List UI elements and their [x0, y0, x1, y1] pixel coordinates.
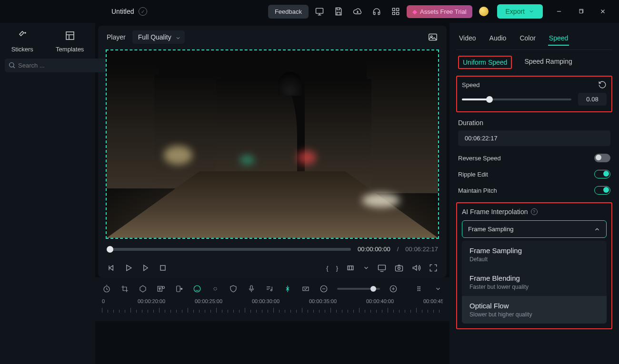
left-sidebar: Stickers Templates ⋯ — [0, 23, 95, 364]
speed-slider[interactable] — [462, 98, 571, 100]
svg-rect-31 — [418, 288, 419, 289]
theme-moon-icon[interactable] — [479, 7, 489, 16]
zoom-out-icon[interactable] — [319, 284, 329, 294]
fullscreen-icon[interactable] — [429, 263, 438, 273]
maintain-pitch-toggle[interactable] — [594, 186, 610, 195]
reverse-speed-toggle[interactable] — [594, 154, 610, 162]
speed-slider-thumb[interactable] — [486, 96, 493, 103]
chevron-down-icon[interactable] — [363, 265, 369, 271]
window-minimize-icon[interactable] — [554, 7, 564, 16]
search-input[interactable] — [5, 59, 111, 72]
svg-rect-3 — [392, 12, 395, 15]
templates-label: Templates — [56, 46, 84, 53]
svg-rect-33 — [418, 290, 419, 291]
timeline-toolbar: T — [102, 281, 443, 296]
zoom-in-icon[interactable] — [389, 284, 398, 294]
timeline-ruler[interactable]: 0 00:00:20:00 00:00:25:00 00:00:30:00 00… — [102, 298, 443, 317]
mic-icon[interactable] — [247, 284, 256, 294]
record-device-icon[interactable] — [174, 284, 184, 294]
speed-value[interactable]: 0.08 — [578, 93, 607, 106]
mask-icon[interactable] — [138, 284, 148, 294]
reverse-speed-row: Reverse Speed — [458, 154, 610, 162]
save-icon[interactable] — [333, 6, 344, 17]
zoom-thumb[interactable] — [370, 286, 376, 292]
svg-rect-20 — [177, 286, 180, 292]
export-button[interactable]: Export — [497, 4, 543, 19]
ripple-edit-row: Ripple Edit — [458, 170, 610, 178]
tab-speed[interactable]: Speed — [548, 31, 569, 46]
svg-rect-11 — [160, 266, 165, 270]
interpolation-selected: Frame Sampling — [468, 226, 513, 233]
quality-select[interactable]: Full Quality — [132, 30, 185, 44]
ruler-mark: 00:00:40:00 — [366, 298, 394, 304]
crop-icon[interactable] — [120, 284, 130, 294]
cloud-download-icon[interactable] — [352, 6, 363, 17]
shield-icon[interactable] — [229, 284, 238, 294]
subtab-speed-ramping[interactable]: Speed Ramping — [520, 56, 576, 69]
export-label: Export — [506, 8, 525, 15]
tab-audio[interactable]: Audio — [489, 31, 508, 46]
smiley-icon[interactable] — [192, 284, 202, 294]
interpolation-option-optical-flow[interactable]: Optical Flow Slower but higher quality — [462, 296, 607, 324]
volume-icon[interactable] — [411, 263, 421, 273]
subtab-uniform-speed[interactable]: Uniform Speed — [458, 56, 512, 69]
chevron-down-icon[interactable] — [433, 284, 443, 294]
text-overlay-icon[interactable]: T — [156, 284, 166, 294]
svg-rect-5 — [579, 10, 582, 13]
brace-right-icon[interactable]: } — [336, 265, 338, 272]
timer-icon[interactable] — [102, 284, 111, 294]
timeline-area: T 0 00:00:20:00 00:00:25:00 — [95, 277, 449, 321]
zoom-slider[interactable] — [337, 288, 380, 290]
maintain-pitch-row: Maintain Pitch — [458, 186, 610, 195]
properties-panel: Video Audio Color Speed Uniform Speed Sp… — [449, 23, 619, 364]
aspect-icon[interactable] — [346, 263, 355, 273]
duration-value[interactable]: 00:06:22:17 — [458, 130, 610, 146]
assets-trial-button[interactable]: ◆ Assets Free Trial — [407, 5, 472, 18]
stop-icon[interactable] — [158, 263, 168, 273]
scrub-track[interactable] — [107, 248, 351, 251]
snapshot-icon[interactable] — [428, 32, 438, 42]
ruler-mark: 0 — [102, 298, 105, 304]
window-close-icon[interactable] — [598, 7, 608, 16]
brace-left-icon[interactable]: { — [326, 265, 328, 272]
svg-rect-14 — [396, 266, 403, 271]
svg-rect-2 — [397, 8, 399, 10]
interpolation-option-frame-blending[interactable]: Frame Blending Faster but lower quality — [462, 268, 607, 296]
svg-rect-24 — [250, 285, 253, 289]
music-list-icon[interactable] — [265, 284, 274, 294]
ruler-mark: 00:00:45:00 — [423, 298, 443, 304]
tab-video[interactable]: Video — [458, 31, 477, 46]
interpolation-select[interactable]: Frame Sampling — [462, 220, 607, 238]
next-clip-icon[interactable] — [141, 263, 150, 273]
grid-view-icon[interactable] — [415, 284, 425, 294]
svg-rect-29 — [418, 286, 419, 287]
svg-point-6 — [25, 32, 26, 33]
sidebar-item-stickers[interactable]: Stickers — [11, 30, 33, 53]
ripple-edit-toggle[interactable] — [594, 170, 610, 178]
display-icon[interactable] — [377, 263, 387, 273]
preview-video[interactable] — [106, 49, 439, 239]
window-restore-icon[interactable] — [576, 7, 586, 16]
headset-icon[interactable] — [371, 6, 382, 17]
interpolation-option-frame-sampling[interactable]: Frame Sampling Default — [462, 241, 607, 268]
prev-frame-icon[interactable] — [107, 263, 116, 273]
svg-rect-34 — [419, 290, 420, 291]
sparkle-icon[interactable] — [210, 284, 220, 294]
svg-rect-7 — [66, 32, 74, 39]
grid-apps-icon[interactable] — [390, 6, 401, 17]
scrub-thumb[interactable] — [107, 246, 113, 253]
sidebar-item-templates[interactable]: Templates — [56, 30, 84, 53]
monitor-icon[interactable] — [314, 6, 325, 17]
preview-header: Player Full Quality — [98, 26, 447, 49]
reset-icon[interactable] — [598, 80, 607, 89]
aspect-ratio-icon[interactable] — [301, 284, 310, 294]
tab-color[interactable]: Color — [519, 31, 536, 46]
help-icon[interactable]: ? — [531, 208, 538, 215]
play-icon[interactable] — [124, 263, 133, 273]
interpolation-options: Frame Sampling Default Frame Blending Fa… — [462, 241, 607, 324]
ai-interpolation-highlight: AI Frame Interpolation ? Frame Sampling … — [456, 202, 612, 329]
cut-icon[interactable] — [283, 284, 292, 294]
camera-icon[interactable] — [394, 263, 404, 273]
reverse-speed-label: Reverse Speed — [458, 155, 501, 162]
feedback-button[interactable]: Feedback — [268, 5, 309, 19]
